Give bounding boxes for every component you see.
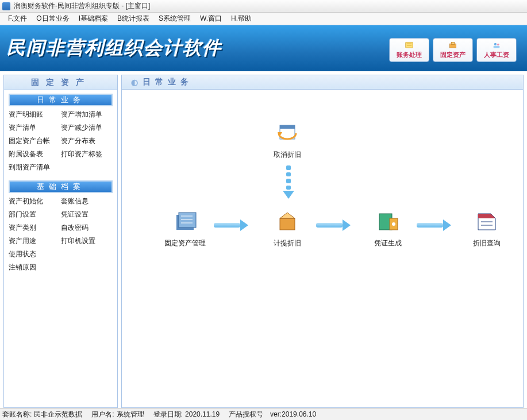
btn-accounting[interactable]: 账务处理 (389, 38, 429, 62)
node-cancel-label: 取消折旧 (261, 150, 313, 160)
node-depreciation-query[interactable]: 折旧查询 (461, 210, 513, 248)
menu-daily-ops[interactable]: O日常业务 (32, 13, 74, 25)
status-auth-label: 产品授权号 (229, 410, 263, 419)
menubar: F.文件 O日常业务 I基础档案 B统计报表 S系统管理 W.窗口 H.帮助 (0, 13, 527, 25)
svg-rect-4 (451, 42, 455, 44)
node-cancel-depreciation[interactable]: 取消折旧 (261, 122, 313, 160)
statusbar: 套账名称: 民非企示范数据 用户名: 系统管理 登录日期: 2020.11.19… (0, 408, 527, 420)
status-account-value: 民非企示范数据 (34, 410, 82, 419)
btn-fixed-assets[interactable]: 固定资产 (433, 38, 473, 62)
banner-title: 民间非营利组织会计软件 (7, 36, 222, 61)
section-archive-items: 资产初始化 套账信息 部门设置 凭证设置 资产类别 自改密码 资产用途 打印机设… (9, 196, 113, 272)
btn-hr-salary-label: 人事工资 (484, 51, 509, 59)
node-calc-depreciation[interactable]: 计提折旧 (261, 210, 313, 248)
item-asset-category[interactable]: 资产类别 (9, 223, 61, 233)
svg-marker-17 (280, 213, 295, 218)
menu-archive[interactable]: I基础档案 (74, 13, 113, 25)
sidebar-title: 固定资产 (4, 75, 117, 90)
svg-rect-0 (406, 42, 413, 48)
asset-mgmt-icon (172, 210, 198, 233)
window-title: 润衡财务软件-民间非营利组织专版 - [主窗口] (14, 1, 150, 11)
svg-rect-16 (280, 218, 295, 230)
svg-rect-9 (280, 125, 295, 129)
item-asset-add-list[interactable]: 资产增加清单 (61, 110, 113, 120)
cancel-depreciation-icon (274, 122, 301, 145)
item-asset-detail-ledger[interactable]: 资产明细账 (9, 110, 61, 120)
item-asset-list[interactable]: 资产清单 (9, 123, 61, 133)
btn-hr-salary[interactable]: 人事工资 (476, 38, 517, 62)
sidebar-body: 日常业务 资产明细账 资产增加清单 资产清单 资产减少清单 固定资产台帐 资产分… (4, 90, 117, 407)
node-asset-mgmt[interactable]: 固定资产管理 (159, 210, 211, 248)
section-archive[interactable]: 基础档案 (9, 180, 113, 193)
ledger-icon (404, 41, 414, 49)
svg-marker-22 (478, 214, 495, 218)
node-calc-label: 计提折旧 (261, 238, 313, 248)
status-login-value: 2020.11.19 (185, 410, 220, 418)
menu-window[interactable]: W.窗口 (195, 13, 226, 25)
section-daily-ops-items: 资产明细账 资产增加清单 资产清单 资产减少清单 固定资产台帐 资产分布表 附属… (9, 110, 113, 172)
menu-report[interactable]: B统计报表 (113, 13, 154, 25)
status-auth-value: ver:2019.06.10 (270, 410, 316, 418)
status-user-label: 用户名: (91, 410, 114, 419)
item-asset-usage[interactable]: 资产用途 (9, 236, 61, 246)
calc-depreciation-icon (274, 210, 301, 233)
node-query-label: 折旧查询 (461, 238, 513, 248)
flow-arrow-3 (417, 221, 451, 230)
flow-canvas: 取消折旧 固定资产管理 计提折旧 (121, 90, 524, 408)
app-icon (2, 2, 10, 10)
menu-file[interactable]: F.文件 (3, 13, 32, 25)
node-asset-mgmt-label: 固定资产管理 (159, 238, 211, 248)
people-icon (491, 41, 502, 49)
item-accessory-table[interactable]: 附属设备表 (9, 149, 61, 159)
asset-icon (448, 41, 458, 49)
svg-rect-12 (179, 213, 196, 228)
item-printer-setup[interactable]: 打印机设置 (61, 236, 113, 246)
section-daily-ops[interactable]: 日常业务 (9, 94, 113, 106)
item-asset-init[interactable]: 资产初始化 (9, 196, 61, 206)
main-panel: 日常业务 取消折旧 固定资产管理 (121, 75, 524, 408)
item-print-asset-label[interactable]: 打印资产标签 (61, 149, 113, 159)
titlebar: 润衡财务软件-民间非营利组织专版 - [主窗口] (0, 0, 527, 13)
banner: 民间非营利组织会计软件 账务处理 固定资产 人事工资 (0, 25, 527, 71)
status-user-value: 系统管理 (117, 410, 144, 419)
item-account-info[interactable]: 套账信息 (61, 196, 113, 206)
btn-fixed-assets-label: 固定资产 (440, 51, 466, 59)
item-dept-setup[interactable]: 部门设置 (9, 210, 61, 219)
workspace: 固定资产 日常业务 资产明细账 资产增加清单 资产清单 资产减少清单 固定资产台… (0, 71, 527, 408)
node-voucher-gen[interactable]: 凭证生成 (362, 210, 414, 248)
voucher-icon (375, 210, 401, 233)
query-icon (474, 210, 500, 233)
item-voucher-setup[interactable]: 凭证设置 (61, 210, 113, 219)
btn-accounting-label: 账务处理 (397, 51, 422, 59)
status-login-label: 登录日期: (153, 410, 183, 419)
main-title: 日常业务 (121, 75, 524, 90)
item-asset-distribution[interactable]: 资产分布表 (61, 136, 113, 146)
svg-point-5 (494, 43, 497, 45)
sidebar: 固定资产 日常业务 资产明细账 资产增加清单 资产清单 资产减少清单 固定资产台… (3, 75, 118, 408)
item-change-password[interactable]: 自改密码 (61, 223, 113, 233)
item-asset-reduce-list[interactable]: 资产减少清单 (61, 123, 113, 133)
node-voucher-label: 凭证生成 (362, 238, 414, 248)
flow-arrow-1 (214, 221, 248, 230)
banner-buttons: 账务处理 固定资产 人事工资 (389, 38, 517, 62)
item-expired-asset-list[interactable]: 到期资产清单 (9, 163, 61, 172)
item-use-status[interactable]: 使用状态 (9, 249, 61, 259)
menu-system[interactable]: S系统管理 (154, 13, 195, 25)
menu-help[interactable]: H.帮助 (226, 13, 256, 25)
item-fixed-asset-ledger[interactable]: 固定资产台帐 (9, 136, 61, 146)
svg-point-20 (392, 222, 395, 226)
svg-point-6 (497, 43, 499, 45)
flow-arrow-2 (316, 221, 351, 230)
status-account-label: 套账名称: (2, 410, 32, 419)
item-cancel-reason[interactable]: 注销原因 (9, 263, 61, 272)
svg-rect-7 (493, 45, 499, 48)
flow-arrow-down (284, 164, 293, 199)
